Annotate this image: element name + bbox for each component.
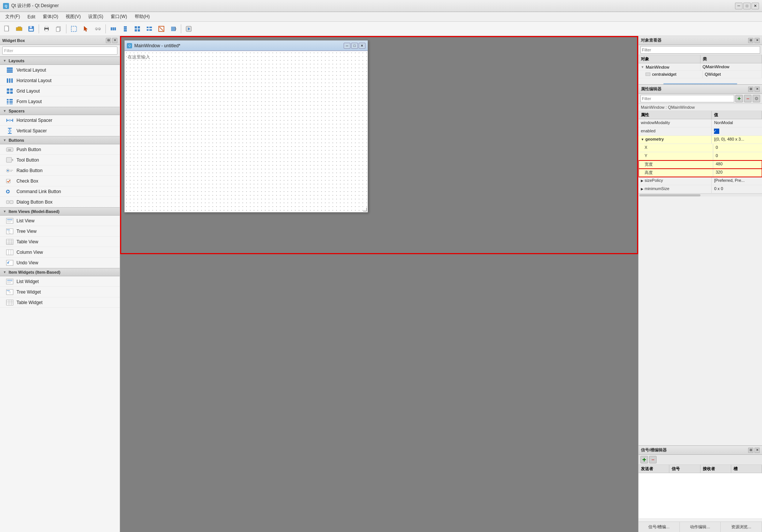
close-button[interactable]: ✕ [751,3,759,9]
widget-item-dialog-button-box[interactable]: Dialog Button Box [0,197,120,207]
category-item-widgets[interactable]: ▼ Item Widgets (Item-Based) [0,268,120,276]
pe-row-sizepolicy[interactable]: ▶sizePolicy [Preferred, Pre... [639,177,762,185]
pe-row-x[interactable]: X 0 [639,144,762,152]
widget-item-radio-button[interactable]: Radio Button [0,165,120,176]
minimize-button[interactable]: ─ [735,3,742,9]
oi-row-mainwindow[interactable]: ▼ MainWindow QMainWindow [639,63,762,71]
property-editor-table: 属性 值 windowModality NonModal enabled ✓ [639,111,762,445]
main-window[interactable]: Q MainWindow - untitled* ─ □ ✕ 在这里输入 [124,40,368,213]
main-window-maximize[interactable]: □ [351,43,358,49]
property-editor-hscrollbar[interactable] [639,193,762,196]
widget-item-vertical-spacer[interactable]: Vertical Spacer [0,126,120,136]
category-layouts[interactable]: ▼ Layouts [0,57,120,65]
main-window-client[interactable]: 在这里输入 [125,51,368,212]
toolbar-tab-order[interactable]: 12 [92,24,104,34]
property-remove-button[interactable]: − [744,95,751,102]
oi-row-centralwidget[interactable]: centralwidget QWidget [639,71,762,78]
toolbar-copy[interactable] [53,24,64,34]
main-window-close[interactable]: ✕ [359,43,365,49]
svg-rect-2 [30,26,32,28]
widget-item-column-view[interactable]: Column View [0,247,120,258]
property-add-button[interactable]: + [735,95,743,102]
toolbar-break-layout[interactable] [156,24,167,34]
toolbar-layout-grid[interactable] [132,24,143,34]
menu-form[interactable]: 窗体(O) [39,12,62,21]
pe-row-width[interactable]: 宽度 480 [639,160,762,169]
widget-item-command-link-button[interactable]: Command Link Button [0,186,120,197]
widget-item-list-view[interactable]: List View [0,216,120,226]
toolbar-save[interactable] [26,24,37,34]
widget-item-tree-widget[interactable]: Tree Widget [0,287,120,297]
property-editor-close[interactable]: ✕ [754,87,760,92]
signal-slot-editor-undock[interactable]: ⊟ [748,448,753,453]
property-editor-filter-input[interactable] [640,95,734,102]
enabled-checkbox[interactable]: ✓ [714,129,719,134]
signal-slot-remove-button[interactable]: − [649,456,657,463]
widget-item-table-view[interactable]: Table View [0,237,120,247]
widget-item-horizontal-spacer[interactable]: Horizontal Spacer [0,115,120,126]
widget-item-list-widget[interactable]: List Widget [0,276,120,287]
resource-browser-footer-btn[interactable]: 资源浏览... [721,522,762,532]
toolbar-layout-form[interactable] [144,24,155,34]
svg-rect-39 [11,78,13,83]
menu-view[interactable]: 视图(V) [62,12,84,21]
category-spacers[interactable]: ▼ Spacers [0,107,120,115]
toolbar-open[interactable] [14,24,25,34]
pe-row-windowmodality[interactable]: windowModality NonModal [639,119,762,127]
property-config-button[interactable]: ⚙ [753,95,760,102]
canvas-area[interactable]: Q MainWindow - untitled* ─ □ ✕ 在这里输入 [120,36,638,532]
menu-help[interactable]: 帮助(H) [131,12,154,21]
toolbar-layout-h[interactable] [108,24,119,34]
menu-settings[interactable]: 设置(S) [84,12,107,21]
widget-item-horizontal-layout[interactable]: Horizontal Layout [0,75,120,86]
toolbar-adjust-size[interactable] [168,24,179,34]
signal-slot-add-button[interactable]: + [640,456,648,463]
category-item-views[interactable]: ▼ Item Views (Model-Based) [0,207,120,216]
widget-item-form-layout[interactable]: Form Layout [0,96,120,107]
toolbar-preview[interactable] [183,24,194,34]
object-inspector-undock[interactable]: ⊟ [748,38,753,43]
signal-slot-footer-btn[interactable]: 信号/槽编... [639,522,680,532]
widget-item-push-button[interactable]: OK Push Button [0,144,120,155]
widget-box-close[interactable]: ✕ [112,38,117,43]
svg-rect-3 [29,29,33,31]
widget-item-undo-view[interactable]: Undo View [0,258,120,268]
pe-row-height[interactable]: 高度 320 [639,169,762,177]
pe-row-minimumsize[interactable]: ▶minimumSize 0 x 0 [639,185,762,193]
pe-row-enabled[interactable]: enabled ✓ [639,127,762,136]
signal-slot-header-row: 发送者 信号 接收者 槽 [639,465,762,473]
menu-edit[interactable]: Edit [24,13,39,21]
svg-rect-64 [10,170,13,171]
menu-window[interactable]: 窗口(W) [107,12,131,21]
toolbar-layout-v[interactable] [120,24,131,34]
widget-box-undock[interactable]: ⊟ [106,38,111,43]
widget-box-filter-input[interactable] [2,46,117,55]
signal-slot-editor-header: 信号/槽编辑器 ⊟ ✕ [639,446,762,455]
widget-item-tree-view[interactable]: Tree View [0,226,120,237]
main-window-minimize[interactable]: ─ [344,43,350,49]
widget-item-grid-layout[interactable]: Grid Layout [0,86,120,96]
main-window-resize-handle[interactable] [363,208,367,211]
object-inspector-filter-input[interactable] [640,46,760,54]
menu-file[interactable]: 文件(F) [2,12,24,21]
horizontal-spacer-icon [6,117,14,123]
maximize-button[interactable]: □ [743,3,751,9]
category-buttons[interactable]: ▼ Buttons [0,136,120,144]
pe-row-y[interactable]: Y 0 [639,152,762,160]
widget-item-check-box[interactable]: Check Box [0,176,120,186]
toolbar-select[interactable] [68,24,80,34]
signal-slot-editor-close[interactable]: ✕ [754,448,760,453]
window-controls: ─ □ ✕ [735,3,759,9]
property-editor-undock[interactable]: ⊟ [748,87,753,92]
widget-item-tool-button[interactable]: Tool Button [0,155,120,165]
property-editor-controls: ⊟ ✕ [748,87,760,92]
toolbar-print[interactable] [41,24,52,34]
action-editor-footer-btn[interactable]: 动作编辑... [680,522,721,532]
object-inspector-close[interactable]: ✕ [754,38,760,43]
property-editor-header-row: 属性 值 [639,111,762,119]
toolbar-pointer[interactable] [80,24,92,34]
widget-item-table-widget[interactable]: Table Widget [0,297,120,308]
pe-row-geometry[interactable]: ▼geometry [(0, 0), 480 x 3... [639,136,762,144]
toolbar-new[interactable] [2,24,13,34]
widget-item-vertical-layout[interactable]: Vertical Layout [0,65,120,75]
